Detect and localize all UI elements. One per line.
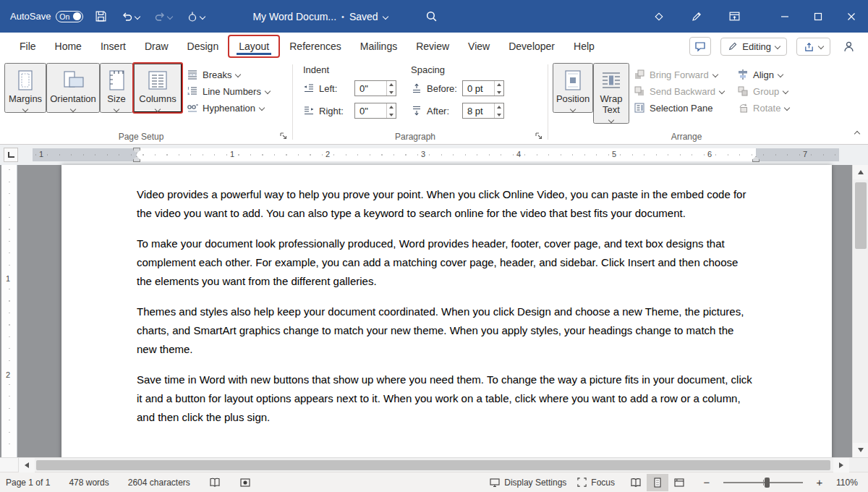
indent-right-stepper[interactable]	[386, 103, 396, 118]
web-layout-button[interactable]	[668, 474, 690, 491]
stepper-down-icon[interactable]	[495, 111, 503, 118]
save-button[interactable]	[92, 7, 110, 25]
position-button[interactable]: Position	[553, 63, 593, 113]
tab-mailings[interactable]: Mailings	[351, 33, 407, 60]
tab-draw[interactable]: Draw	[135, 33, 178, 60]
stepper-down-icon[interactable]	[387, 88, 396, 96]
stepper-up-icon[interactable]	[387, 103, 396, 111]
editing-mode-button[interactable]: Editing	[720, 38, 787, 56]
vertical-ruler[interactable]: 1 2	[1, 165, 17, 457]
designer-button[interactable]	[650, 8, 668, 25]
tab-references[interactable]: References	[280, 33, 351, 60]
print-layout-button[interactable]	[647, 474, 668, 491]
tab-help[interactable]: Help	[564, 33, 604, 60]
paragraph-dialog-launcher[interactable]	[535, 132, 543, 140]
scroll-right-button[interactable]	[833, 458, 849, 472]
vertical-scroll-thumb[interactable]	[855, 182, 867, 249]
macro-record-button[interactable]	[239, 477, 251, 488]
stepper-down-icon[interactable]	[387, 111, 396, 118]
document-title[interactable]: My Word Docum... • Saved	[252, 11, 387, 22]
proofing-status-button[interactable]	[209, 477, 221, 488]
maximize-button[interactable]	[801, 0, 835, 33]
paragraph[interactable]: Save time in Word with new buttons that …	[137, 370, 756, 427]
scroll-left-button[interactable]	[19, 458, 35, 472]
display-settings-button[interactable]: Display Settings	[489, 477, 566, 488]
wrap-text-icon	[600, 69, 623, 92]
stepper-down-icon[interactable]	[495, 88, 503, 96]
zoom-level[interactable]: 110%	[836, 478, 861, 488]
document-page[interactable]: Video provides a powerful way to help yo…	[61, 165, 832, 465]
share-button[interactable]	[796, 38, 830, 56]
horizontal-ruler[interactable]: 1 1 2 3 4 5 6 7	[33, 148, 839, 161]
horizontal-scrollbar[interactable]	[0, 457, 868, 472]
selection-pane-button[interactable]: Selection Pane	[634, 102, 724, 114]
horizontal-scroll-thumb[interactable]	[36, 460, 830, 470]
zoom-slider-notch	[763, 480, 764, 485]
close-button[interactable]	[835, 0, 868, 33]
comments-button[interactable]	[689, 37, 711, 56]
spacing-after-input[interactable]: 8 pt	[462, 103, 504, 119]
margins-icon	[14, 69, 37, 92]
word-count[interactable]: 478 words	[69, 478, 109, 488]
zoom-slider[interactable]	[723, 482, 803, 483]
tab-design[interactable]: Design	[178, 33, 229, 60]
search-button[interactable]	[422, 7, 441, 25]
indent-left-stepper[interactable]	[386, 81, 396, 96]
scroll-down-button[interactable]	[853, 443, 868, 457]
align-button[interactable]: Align	[737, 69, 789, 80]
read-mode-button[interactable]	[625, 474, 647, 491]
stepper-up-icon[interactable]	[387, 81, 396, 88]
paragraph[interactable]: To make your document look professionall…	[137, 234, 756, 291]
proofing-book-icon	[209, 477, 221, 488]
spacing-before-input[interactable]: 0 pt	[462, 80, 504, 96]
margins-button[interactable]: Margins	[4, 63, 46, 113]
tab-file[interactable]: File	[10, 33, 46, 60]
tab-selector[interactable]	[4, 148, 18, 162]
orientation-button[interactable]: Orientation	[46, 63, 100, 113]
indent-right-input[interactable]: 0"	[354, 103, 396, 119]
chevron-down-icon	[608, 117, 614, 123]
tab-insert[interactable]: Insert	[91, 33, 135, 60]
undo-button[interactable]	[119, 8, 142, 25]
zoom-slider-thumb[interactable]	[765, 478, 770, 488]
tab-developer[interactable]: Developer	[499, 33, 564, 60]
rotate-button[interactable]: Rotate	[737, 102, 789, 114]
breaks-button[interactable]: Breaks	[187, 69, 270, 80]
page-indicator[interactable]: Page 1 of 1	[6, 478, 50, 488]
character-count[interactable]: 2604 characters	[128, 478, 190, 488]
bring-forward-button[interactable]: Bring Forward	[634, 69, 724, 80]
focus-button[interactable]: Focus	[576, 477, 615, 488]
tab-layout[interactable]: Layout	[228, 35, 280, 58]
draw-pen-button[interactable]	[688, 8, 705, 25]
scroll-up-button[interactable]	[853, 165, 868, 179]
group-button[interactable]: Group	[737, 85, 789, 97]
stepper-up-icon[interactable]	[495, 103, 503, 111]
collapse-ribbon-button[interactable]	[852, 124, 862, 141]
size-button[interactable]: Size	[100, 63, 133, 113]
chevron-down-icon	[265, 88, 271, 94]
minimize-button[interactable]	[768, 0, 801, 33]
zoom-in-button[interactable]: +	[813, 476, 826, 488]
hyphenation-button[interactable]: Hyphenation	[187, 102, 270, 114]
wrap-text-button[interactable]: Wrap Text	[593, 63, 629, 124]
spacing-before-stepper[interactable]	[494, 81, 503, 96]
vertical-scrollbar[interactable]	[852, 165, 868, 457]
paragraph[interactable]: Themes and styles also help keep your do…	[137, 302, 756, 359]
send-backward-button[interactable]: Send Backward	[634, 85, 724, 97]
paragraph[interactable]: Video provides a powerful way to help yo…	[137, 185, 756, 223]
account-button[interactable]	[840, 38, 858, 56]
tab-home[interactable]: Home	[46, 33, 91, 60]
tab-view[interactable]: View	[459, 33, 499, 60]
spacing-after-stepper[interactable]	[494, 103, 503, 118]
page-setup-dialog-launcher[interactable]	[279, 132, 288, 140]
autosave-toggle[interactable]: On	[56, 11, 83, 22]
line-numbers-button[interactable]: Line Numbers	[187, 85, 270, 97]
stepper-up-icon[interactable]	[495, 81, 503, 88]
tab-review[interactable]: Review	[407, 33, 459, 60]
redo-button[interactable]	[151, 8, 175, 25]
indent-left-input[interactable]: 0"	[354, 80, 396, 96]
columns-button[interactable]: Columns	[133, 63, 182, 113]
ribbon-display-options-button[interactable]	[726, 7, 744, 25]
touch-mouse-mode-button[interactable]	[184, 8, 208, 25]
zoom-out-button[interactable]: −	[700, 476, 713, 488]
